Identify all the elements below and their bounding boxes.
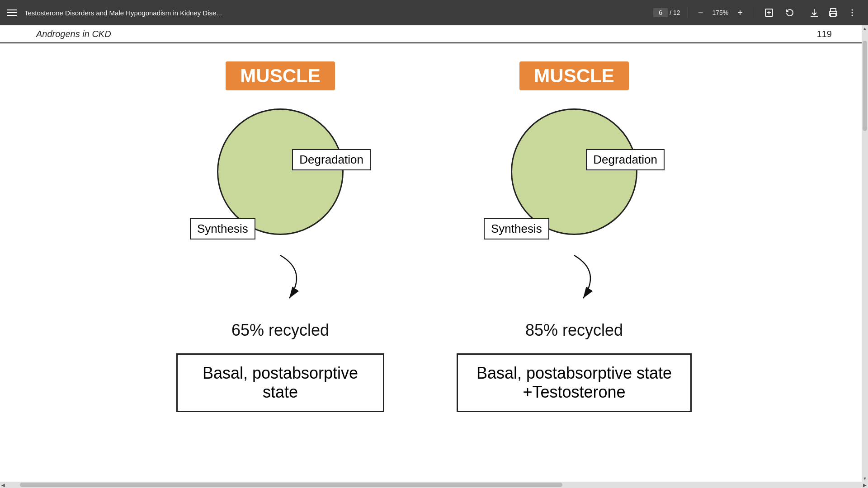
menu-icon[interactable] [7, 9, 17, 16]
more-button[interactable] [844, 6, 861, 19]
svg-point-9 [852, 15, 853, 16]
scroll-up-button[interactable]: ▲ [862, 25, 868, 32]
right-synthesis-label: Synthesis [491, 222, 542, 235]
document-title: Testosterone Disorders and Male Hypogona… [24, 9, 646, 17]
fit-page-button[interactable] [760, 6, 778, 19]
svg-rect-5 [830, 14, 836, 17]
scrollbar-thumb[interactable] [20, 483, 562, 487]
left-recycled-text: 65% recycled [231, 321, 329, 340]
download-button[interactable] [806, 6, 823, 19]
right-muscle-label: MUSCLE [519, 61, 628, 90]
main-content: MUSCLE Synthesis Degradation [0, 43, 868, 475]
print-button[interactable] [825, 6, 842, 19]
right-recycled-text: 85% recycled [525, 321, 623, 340]
page-input[interactable] [653, 8, 668, 17]
left-circle-area: Synthesis Degradation [190, 108, 371, 271]
scroll-right-button[interactable]: ▶ [862, 482, 868, 488]
zoom-out-button[interactable]: − [695, 7, 706, 19]
divider2 [753, 7, 753, 18]
left-state-box: Basal, postabsorptive state [176, 353, 384, 412]
left-synthesis-box: Synthesis [190, 218, 255, 239]
left-diagram-panel: MUSCLE Synthesis Degradation [176, 61, 384, 412]
left-muscle-circle [217, 108, 344, 235]
right-muscle-circle [511, 108, 637, 235]
right-diagram-panel: MUSCLE Synthesis Degradation [457, 61, 692, 412]
scroll-left-button[interactable]: ◀ [0, 482, 6, 488]
left-muscle-label: MUSCLE [226, 61, 335, 90]
page-separator: / [670, 9, 671, 16]
subtitle-bar: Androgens in CKD 119 [0, 25, 868, 43]
right-degradation-label: Degradation [593, 153, 657, 166]
left-degradation-label: Degradation [299, 153, 363, 166]
svg-point-8 [852, 12, 853, 14]
right-recycled-area: 85% recycled [525, 312, 623, 353]
scrollbar-track [6, 483, 862, 487]
page-total: 12 [673, 9, 680, 16]
rotate-button[interactable] [781, 6, 798, 19]
right-state-box: Basal, postabsorptive state +Testosteron… [457, 353, 692, 412]
left-arrow-svg [244, 253, 326, 307]
left-state-label: Basal, postabsorptive state [203, 364, 358, 401]
subtitle-text: Androgens in CKD [36, 29, 111, 39]
scrollbar-right[interactable]: ▲ ▼ [862, 25, 868, 482]
left-synthesis-label: Synthesis [197, 222, 248, 235]
topbar-right [806, 6, 861, 19]
topbar: Testosterone Disorders and Male Hypogona… [0, 0, 868, 25]
right-degradation-box: Degradation [586, 149, 665, 170]
subtitle-page: 119 [817, 29, 832, 39]
right-circle-area: Synthesis Degradation [484, 108, 665, 271]
scrollbar-v-thumb[interactable] [863, 41, 867, 131]
scrollbar-v-track [863, 32, 867, 475]
right-arrow-svg [538, 253, 619, 307]
left-degradation-box: Degradation [292, 149, 371, 170]
scrollbar-bottom[interactable]: ◀ ▶ [0, 482, 868, 488]
right-state-label: Basal, postabsorptive state +Testosteron… [476, 364, 672, 401]
page-indicator: / 12 [653, 8, 680, 17]
svg-point-7 [852, 9, 853, 11]
zoom-value: 175% [709, 9, 731, 16]
left-recycled-area: 65% recycled [231, 312, 329, 353]
zoom-in-button[interactable]: + [735, 7, 745, 19]
topbar-controls: / 12 − 175% + [653, 6, 798, 19]
svg-point-6 [835, 13, 836, 14]
divider [688, 7, 688, 18]
scroll-down-button[interactable]: ▼ [862, 475, 868, 482]
right-synthesis-box: Synthesis [484, 218, 549, 239]
svg-rect-4 [830, 9, 836, 12]
